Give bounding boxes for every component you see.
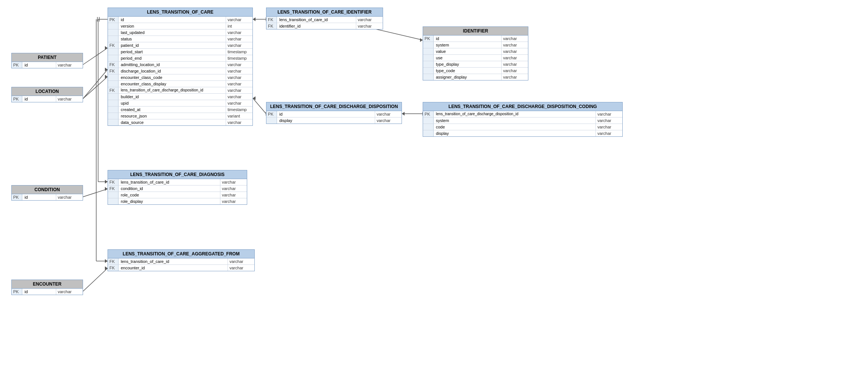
- table-row: FK lens_transition_of_care_discharge_dis…: [108, 87, 252, 94]
- table-row: encounter_class_code varchar: [108, 74, 252, 81]
- cell-type: varchar: [220, 198, 247, 204]
- svg-marker-13: [105, 266, 108, 270]
- svg-line-11: [83, 268, 108, 291]
- table-row: status varchar: [108, 36, 252, 42]
- cell-name: id: [119, 17, 226, 23]
- cell-key: [423, 74, 434, 80]
- table-row: role_code varchar: [108, 192, 247, 198]
- cell-type: varchar: [220, 185, 247, 192]
- cell-name: lens_transition_of_care_id: [119, 258, 228, 264]
- diagram: PATIENT PK id varchar LOCATION PK id var…: [0, 0, 868, 388]
- lens-toc-dd-coding-header: LENS_TRANSITION_OF_CARE_DISCHARGE_DISPOS…: [423, 102, 622, 111]
- cell-type: varchar: [226, 17, 252, 23]
- cell-type: varchar: [356, 23, 383, 29]
- table-row: code varchar: [423, 124, 622, 130]
- svg-line-20: [253, 98, 266, 114]
- cell-key: FK: [266, 17, 277, 23]
- cell-name: id: [22, 194, 56, 200]
- cell-name: code: [434, 124, 596, 130]
- cell-type: varchar: [226, 62, 252, 68]
- cell-type: varchar: [220, 192, 247, 198]
- cell-name: period_end: [119, 55, 226, 61]
- table-row: FK lens_transition_of_care_id varchar: [266, 17, 383, 23]
- cell-name: patient_id: [119, 42, 226, 48]
- condition-table: CONDITION PK id varchar: [11, 185, 83, 201]
- table-row: role_display varchar: [108, 198, 247, 204]
- table-row: PK id varchar: [12, 289, 83, 295]
- cell-name: id: [22, 289, 56, 295]
- table-row: PK id varchar: [108, 17, 252, 23]
- cell-type: varchar: [228, 258, 254, 264]
- cell-type: varchar: [502, 36, 528, 42]
- cell-type: varchar: [356, 17, 383, 23]
- cell-key: [108, 119, 119, 125]
- cell-key: PK: [12, 194, 22, 200]
- cell-type: variant: [226, 113, 252, 119]
- table-row: upid varchar: [108, 100, 252, 107]
- cell-key: PK: [12, 96, 22, 102]
- cell-type: varchar: [228, 265, 254, 271]
- table-row: assigner_display varchar: [423, 74, 528, 80]
- cell-key: FK: [108, 258, 119, 264]
- table-row: FK lens_transition_of_care_id varchar: [108, 258, 254, 265]
- table-row: PK id varchar: [266, 111, 402, 117]
- svg-marker-24: [402, 112, 405, 116]
- cell-key: [108, 49, 119, 55]
- lens-toc-dd-table: LENS_TRANSITION_OF_CARE_DISCHARGE_DISPOS…: [266, 102, 402, 124]
- identifier-header: IDENTIFIER: [423, 27, 528, 36]
- lens-toc-agg-table: LENS_TRANSITION_OF_CARE_AGGREGATED_FROM …: [108, 249, 255, 271]
- svg-marker-15: [253, 17, 255, 21]
- cell-name: period_start: [119, 49, 226, 55]
- cell-type: int: [226, 23, 252, 29]
- table-row: system varchar: [423, 42, 528, 48]
- cell-name: builder_id: [119, 94, 226, 100]
- cell-name: system: [434, 42, 502, 48]
- table-row: FK admitting_location_id varchar: [108, 62, 252, 68]
- cell-key: FK: [108, 87, 119, 93]
- location-table: LOCATION PK id varchar: [11, 87, 83, 102]
- cell-type: varchar: [56, 96, 83, 102]
- cell-name: lens_transition_of_care_discharge_dispos…: [119, 87, 226, 93]
- encounter-table-header: ENCOUNTER: [12, 280, 83, 289]
- cell-key: FK: [266, 23, 277, 29]
- cell-type: varchar: [375, 117, 402, 124]
- lens-toc-dd-coding-table: LENS_TRANSITION_OF_CARE_DISCHARGE_DISPOS…: [423, 102, 623, 137]
- cell-key: [423, 55, 434, 61]
- cell-name: upid: [119, 100, 226, 106]
- cell-key: [108, 36, 119, 42]
- table-row: PK lens_transition_of_care_discharge_dis…: [423, 111, 622, 117]
- cell-name: created_at: [119, 107, 226, 113]
- svg-marker-29: [105, 180, 108, 184]
- table-row: value varchar: [423, 48, 528, 55]
- cell-key: [423, 42, 434, 48]
- cell-key: FK: [108, 179, 119, 185]
- condition-table-header: CONDITION: [12, 185, 83, 194]
- table-row: FK lens_transition_of_care_id varchar: [108, 179, 247, 185]
- cell-name: encounter_class_display: [119, 81, 226, 87]
- encounter-table: ENCOUNTER PK id varchar: [11, 280, 83, 295]
- svg-marker-2: [105, 46, 108, 50]
- cell-name: value: [434, 48, 502, 54]
- cell-key: [108, 23, 119, 29]
- cell-type: varchar: [226, 94, 252, 100]
- table-row: PK id varchar: [423, 36, 528, 42]
- cell-type: varchar: [375, 111, 402, 117]
- svg-line-0: [83, 48, 108, 65]
- cell-key: PK: [423, 36, 434, 42]
- cell-type: varchar: [502, 74, 528, 80]
- lens-toc-diagnosis-table: LENS_TRANSITION_OF_CARE_DIAGNOSIS FK len…: [108, 170, 247, 205]
- cell-type: timestamp: [226, 55, 252, 61]
- svg-line-8: [83, 189, 108, 197]
- cell-name: discharge_location_id: [119, 68, 226, 74]
- svg-marker-5: [105, 68, 108, 71]
- cell-key: [423, 68, 434, 74]
- cell-name: display: [434, 130, 596, 136]
- cell-key: [423, 48, 434, 54]
- table-row: version int: [108, 23, 252, 29]
- cell-name: encounter_id: [119, 265, 228, 271]
- lens-toc-header: LENS_TRANSITION_OF_CARE: [108, 8, 252, 17]
- cell-type: varchar: [226, 119, 252, 125]
- cell-name: type_display: [434, 61, 502, 67]
- cell-name: encounter_class_code: [119, 74, 226, 80]
- cell-type: varchar: [226, 74, 252, 80]
